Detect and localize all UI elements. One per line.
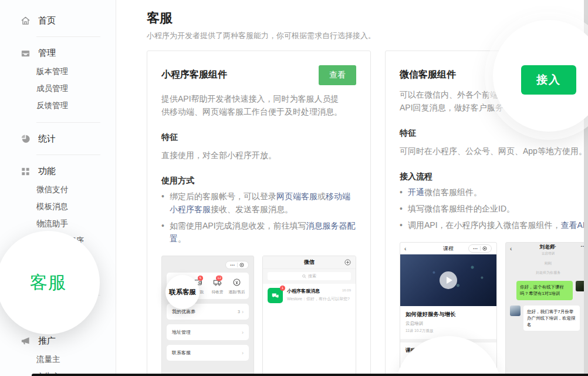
sidebar-item-logistics[interactable]: 物流助手: [0, 215, 116, 232]
chevron-right-icon: ›: [242, 309, 244, 315]
message-incoming: 您好，我们将于7月份举办广州线下培训，欢迎报名: [506, 306, 588, 331]
menu-dots-icon: •••: [230, 263, 235, 267]
home-icon: [21, 16, 31, 26]
chevron-right-icon: ›: [242, 330, 244, 335]
sidebar-item-feedback-manage[interactable]: 反馈管理: [0, 97, 116, 114]
flow-bullet: • 开通微信客服组件。: [400, 186, 588, 199]
chat-list-item[interactable]: 1 小程序客服消息 Westore：你好，有什么可以帮您? 16:09: [263, 284, 356, 307]
miniprogram-capsule[interactable]: •••: [225, 261, 249, 269]
chat-preview: Westore：你好，有什么可以帮您?: [287, 296, 351, 302]
sidebar-item-traffic[interactable]: 流量主: [0, 351, 116, 368]
chat-contact-name: 刘老师·: [540, 244, 556, 251]
sidebar-divider: [36, 122, 100, 123]
wechat-title: 微信: [304, 258, 315, 266]
avatar: [510, 306, 521, 316]
badge: 1: [280, 286, 285, 291]
flow-bullet: • 调用API，在小程序内接入微信客服组件，查看API文档。: [400, 219, 588, 231]
chat-time: 16:09: [342, 288, 351, 292]
chat-timestamp: 刚刚: [506, 261, 588, 266]
capsule-target-icon: [482, 246, 487, 251]
card-miniprogram-service: 小程序客服组件 查看 提供API帮助开发者快速接入，同时为客服人员提 供移动端、…: [147, 51, 371, 376]
screenshot-wechat-list: 微信 搜索 1: [262, 256, 356, 376]
flow-heading: 接入流程: [400, 172, 588, 182]
feature-text: 可同时在小程序、公众号、网页、App等地方使用。: [400, 145, 588, 157]
chat-name: 小程序客服消息: [287, 288, 351, 294]
flow-bullet: • 填写微信客服组件的企业ID。: [400, 202, 588, 215]
search-icon: [302, 274, 306, 278]
back-icon[interactable]: ‹: [510, 246, 512, 252]
sidebar-item-label: 首页: [38, 15, 56, 26]
to-receive-entry[interactable]: 12 待收货: [208, 278, 227, 295]
video-provider: 云启培训: [405, 321, 491, 327]
refund-icon: [232, 278, 241, 287]
page-subtitle: 小程序为开发者提供了两种客服能力，你可根据需求自行选择接入。: [147, 31, 376, 41]
chat-contact-org: 云启培训: [542, 251, 555, 256]
card-description: 提供API帮助开发者快速接入，同时为客服人员提 供移动端、网页端客服工作台便于及…: [161, 92, 356, 118]
chat-bubbles-icon: [271, 291, 279, 300]
promote-megaphone-icon: [21, 336, 31, 346]
sidebar-item-label: 管理: [38, 48, 56, 59]
sidebar-item-template-message[interactable]: 模板消息: [0, 198, 116, 215]
address-row[interactable]: 地址管理 ›: [167, 324, 249, 340]
sidebar-divider: [36, 155, 100, 155]
sidebar-item-promote[interactable]: 推广: [0, 333, 116, 348]
attach-button[interactable]: 接入: [521, 65, 576, 95]
spotlight-sidebar-kefu[interactable]: 客服: [0, 231, 100, 334]
sidebar-item-label: 统计: [38, 133, 56, 145]
sidebar-item-manage[interactable]: 管理: [0, 45, 116, 61]
play-icon[interactable]: [440, 271, 457, 289]
usage-heading: 使用方式: [161, 176, 356, 186]
video-thumbnail[interactable]: [400, 254, 496, 306]
refund-entry[interactable]: 退款/售后: [227, 278, 246, 295]
sidebar-item-member-manage[interactable]: 成员管理: [0, 80, 116, 97]
app-window: 首页 管理 版本管理 成员管理 反馈管理 统计: [0, 0, 588, 376]
message-outgoing: 你好，这个有线下课程吗？希望有1对1培训: [506, 281, 588, 300]
screenshot-service-chat: ‹ 刘老师· 云启培训 ••• 刚刚 刘老师为你服务 你好，这个有线下课程吗？希…: [505, 242, 588, 376]
open-service-link[interactable]: 开通: [408, 187, 424, 197]
sidebar-item-version-manage[interactable]: 版本管理: [0, 63, 116, 80]
sidebar-divider: [36, 36, 100, 37]
card-title: 小程序客服组件: [161, 65, 227, 81]
capsule-target-icon: [239, 263, 244, 267]
sidebar-item-label: 推广: [38, 335, 56, 347]
contact-service-row[interactable]: 联系客服 ›: [167, 345, 249, 361]
video-title: 如何做好服务与增长: [405, 311, 491, 318]
feature-heading: 特征: [161, 132, 356, 143]
service-message-avatar: 1: [268, 288, 283, 303]
features-grid-icon: [21, 166, 31, 176]
usage-bullet: • 如需使用API完成消息收发，前往填写消息服务器配置。: [161, 219, 356, 245]
spotlight-contact-service[interactable]: 联系客服: [165, 275, 200, 309]
badge: 5: [198, 276, 203, 281]
manage-inbox-icon: [21, 48, 31, 58]
usage-bullet: • 绑定后的客服帐号，可以登录网页端客服或移动端小程序客服接收、发送客服消息。: [161, 190, 356, 216]
course-title: 课程: [443, 245, 454, 253]
miniprogram-capsule[interactable]: •••: [468, 244, 492, 253]
sidebar-item-wechat-pay[interactable]: 微信支付: [0, 181, 116, 198]
chat-notice: 刘老师为你服务: [506, 270, 588, 276]
back-icon[interactable]: ‹: [404, 246, 406, 252]
screenshot-orders-page: ••• 全部订单 5 待付: [161, 256, 254, 376]
sidebar-item-stats[interactable]: 统计: [0, 131, 116, 146]
sidebar-item-features[interactable]: 功能: [0, 163, 116, 179]
view-button[interactable]: 查看: [319, 65, 356, 85]
search-input[interactable]: 搜索: [268, 272, 351, 280]
sidebar-item-home[interactable]: 首页: [0, 13, 116, 28]
video-meta: 11讲 10.2万播放: [405, 328, 491, 334]
badge: 12: [216, 276, 222, 281]
chevron-right-icon: ›: [242, 350, 244, 356]
stats-pie-icon: [21, 134, 31, 144]
page-title: 客服: [147, 9, 173, 27]
card-title: 微信客服组件: [400, 65, 456, 81]
menu-dots-icon: •••: [473, 247, 478, 250]
feature-text: 直接使用，对全部小程序开放。: [161, 149, 356, 162]
window-bottom-edge: [32, 374, 588, 376]
web-service-link[interactable]: 网页端客服: [276, 192, 317, 201]
add-icon[interactable]: [344, 259, 351, 266]
sidebar-item-label: 功能: [38, 166, 56, 177]
